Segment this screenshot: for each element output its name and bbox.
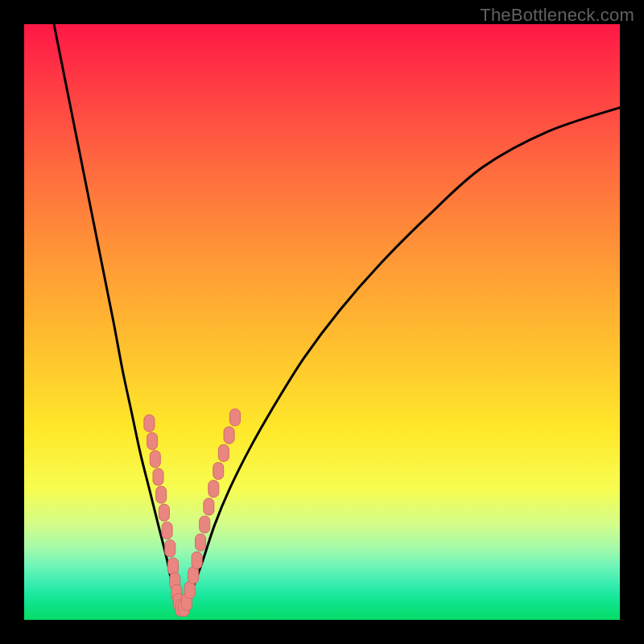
data-marker bbox=[208, 481, 219, 497]
data-marker bbox=[159, 504, 169, 521]
data-markers bbox=[144, 409, 241, 617]
data-marker bbox=[188, 567, 199, 584]
data-marker bbox=[144, 415, 155, 431]
data-marker bbox=[168, 558, 179, 575]
data-marker bbox=[150, 451, 160, 468]
curve-overlay bbox=[24, 24, 620, 620]
data-marker bbox=[153, 469, 163, 485]
bottleneck-curve bbox=[54, 24, 620, 609]
data-marker bbox=[229, 409, 240, 426]
data-marker bbox=[156, 486, 167, 503]
data-marker bbox=[184, 582, 195, 599]
bottleneck-curve-path bbox=[54, 24, 620, 609]
data-marker bbox=[147, 433, 158, 450]
data-marker bbox=[165, 540, 175, 557]
watermark-text: TheBottleneck.com bbox=[480, 5, 634, 26]
data-marker bbox=[162, 522, 172, 539]
data-marker bbox=[192, 552, 202, 569]
data-marker bbox=[213, 463, 224, 480]
data-marker bbox=[218, 444, 229, 461]
data-marker bbox=[196, 534, 206, 551]
plot-area bbox=[24, 24, 620, 620]
chart-frame: TheBottleneck.com bbox=[0, 0, 644, 644]
data-marker bbox=[204, 498, 214, 515]
data-marker bbox=[200, 516, 210, 533]
data-marker bbox=[224, 427, 234, 444]
